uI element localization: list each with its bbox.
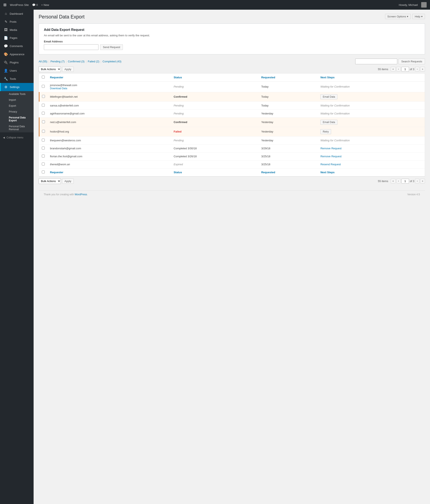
row-checkbox[interactable] [42,162,45,165]
submenu-privacy[interactable]: Privacy [0,109,34,115]
filter-all[interactable]: All (55) [39,60,47,63]
next-page-button-top[interactable]: › [415,67,419,72]
table-controls-bottom: Bulk Actions Apply 55 items « ‹ of 3 › » [39,178,425,184]
settings-icon: ⚙ [4,85,8,89]
items-count-bottom: 55 items [378,180,388,183]
sidebar-item-users[interactable]: 👤 Users [0,67,34,75]
sidebar-item-tools[interactable]: 🔧 Tools [0,75,34,83]
filter-pending[interactable]: Pending (7) [51,60,65,63]
search-requests-button[interactable]: Search Requests [399,59,425,64]
search-requests-input[interactable] [355,59,397,64]
screen-options-button[interactable]: Screen Options ▾ [385,14,411,19]
remove-request-link[interactable]: Remove Request [320,147,341,150]
filter-failed[interactable]: Failed (2) [88,60,99,63]
sidebar-item-label: Posts [10,20,17,23]
row-checkbox[interactable] [42,139,45,142]
first-page-button-top[interactable]: « [391,67,395,72]
table-row: brandonstark@gmail.com Completed 3/30/18… [39,144,425,152]
email-input[interactable] [44,44,99,50]
sidebar-item-plugins[interactable]: 🔌 Plugins [0,58,34,67]
sidebar-item-appearance[interactable]: 🎨 Appearance [0,50,34,58]
status-cell: Pending [171,81,259,92]
sidebar-item-pages[interactable]: 📄 Pages [0,34,34,42]
howdy-text: Howdy, Michael [399,3,418,7]
bulk-actions-select-bottom[interactable]: Bulk Actions [39,178,61,184]
status-cell: Completed 3/26/18 [171,152,259,160]
status-cell: Pending [171,136,259,144]
prev-page-button-top[interactable]: ‹ [396,67,401,72]
page-of-bottom: of 3 [410,180,414,183]
submenu-personal-data-export[interactable]: Personal Data Export [0,115,34,124]
requester-cell: thered@wom.an [47,160,171,168]
apply-button-top[interactable]: Apply [62,67,74,72]
page-number-input-bottom[interactable] [402,179,409,184]
submenu-personal-data-removal[interactable]: Personal Data Removal [0,124,34,132]
apply-button-bottom[interactable]: Apply [62,179,74,184]
collapse-menu-button[interactable]: ◀ Collapse menu [0,134,34,141]
email-data-button[interactable]: Email Data [320,94,337,99]
first-page-button-bottom[interactable]: « [391,179,395,183]
filter-confirmed[interactable]: Confirmed (3) [68,60,84,63]
row-checkbox[interactable] [42,147,45,150]
chevron-down-icon: ▾ [407,15,408,18]
requester-col-footer[interactable]: Requester [47,168,171,176]
remove-request-link[interactable]: Remove Request [320,155,341,158]
wordpress-link[interactable]: WordPress [74,193,87,196]
next-page-button-bottom[interactable]: › [415,179,419,183]
next-steps-cell: Waiting for Confirmation [318,81,425,92]
requester-cell: agirlhasnoname@gmail.com [47,109,171,117]
row-checkbox[interactable] [42,112,45,115]
sidebar-item-comments[interactable]: 💬 Comments [0,42,34,50]
new-button[interactable]: + New [41,3,49,7]
status-col-footer[interactable]: Status [171,168,259,176]
wp-logo-icon[interactable]: ⊞ [3,2,7,7]
send-request-button[interactable]: Send Request [100,44,123,50]
next-steps-cell: Resend Request [318,160,425,168]
submenu-export[interactable]: Export [0,103,34,109]
requester-col-header[interactable]: Requester [47,73,171,81]
submenu-import[interactable]: Import [0,97,34,103]
row-checkbox[interactable] [42,104,45,107]
submenu-available-tools[interactable]: Available Tools [0,91,34,97]
table-footer-row: Requester Status Requested Next Steps [39,168,425,176]
row-checkbox[interactable] [42,95,45,98]
prev-page-button-bottom[interactable]: ‹ [396,179,401,183]
select-all-checkbox[interactable] [42,76,45,79]
resend-request-link[interactable]: Resend Request [320,163,341,166]
site-name[interactable]: WordPress Site [10,3,29,7]
sidebar-item-label: Tools [10,77,16,81]
last-page-button-top[interactable]: » [420,67,425,72]
sidebar-item-settings[interactable]: ⚙ Settings [0,83,34,91]
select-all-checkbox-footer[interactable] [42,171,45,173]
row-checkbox[interactable] [42,85,45,88]
row-checkbox[interactable] [42,130,45,133]
main-content: Personal Data Export Screen Options ▾ He… [34,10,430,504]
data-table: Requester Status Requested Next Steps jo… [39,73,425,176]
sidebar-item-media[interactable]: 🖼 Media [0,26,34,34]
status-cell: Pending [171,109,259,117]
sidebar-item-dashboard[interactable]: ⌂ Dashboard [0,10,34,18]
table-row: hodor@hod.org Failed Yesterday Retry [39,127,425,136]
table-row: agirlhasnoname@gmail.com Pending Yesterd… [39,109,425,117]
row-checkbox[interactable] [42,154,45,158]
page-number-input-top[interactable] [402,67,409,72]
next-steps-col-header[interactable]: Next Steps [318,73,425,81]
retry-button[interactable]: Retry [320,129,331,134]
download-data-link[interactable]: Download Data [50,87,67,90]
user-avatar[interactable] [421,2,427,8]
comments-icon[interactable]: 💬 0 [32,3,38,7]
next-steps-cell: Remove Request [318,144,425,152]
requested-col-footer[interactable]: Requested [259,168,318,176]
help-button[interactable]: Help ▾ [412,14,425,19]
email-data-button[interactable]: Email Data [320,120,337,125]
sidebar-item-posts[interactable]: ✎ Posts [0,18,34,26]
filter-completed[interactable]: Completed (43) [102,60,121,63]
row-checkbox[interactable] [42,120,45,123]
status-cell: Pending [171,101,259,109]
plugins-icon: 🔌 [4,61,8,64]
last-page-button-bottom[interactable]: » [420,179,425,183]
status-col-header[interactable]: Status [171,73,259,81]
requested-col-header[interactable]: Requested [259,73,318,81]
bulk-actions-select-top[interactable]: Bulk Actions [39,66,61,72]
next-steps-col-footer[interactable]: Next Steps [318,168,425,176]
